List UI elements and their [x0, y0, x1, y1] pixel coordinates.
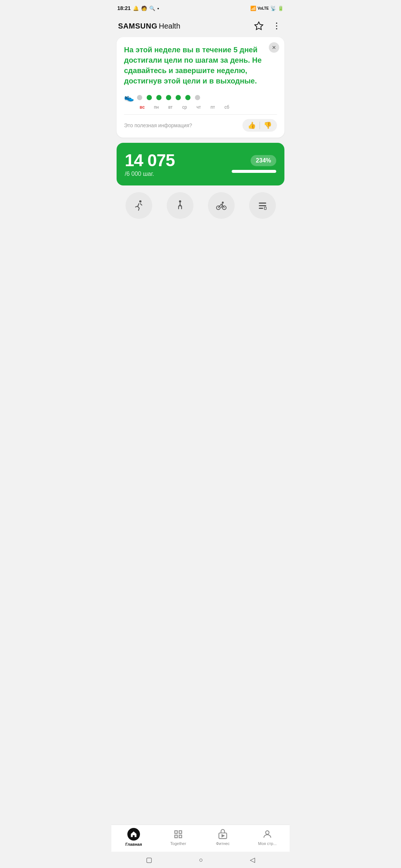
- activity-list[interactable]: [249, 192, 276, 219]
- day-dots: [137, 95, 200, 100]
- lte-icon: VoLTE: [258, 6, 269, 10]
- days-row: 👟: [124, 93, 277, 102]
- day-label-fri: пт: [206, 105, 220, 110]
- app-bar-actions: [252, 20, 283, 32]
- android-nav: ▢ ○ ◁: [111, 852, 290, 868]
- nav-label-home: Главная: [125, 842, 142, 846]
- status-bar: 18:21 🔔 🧑 🔍 • 📶 VoLTE 📡 🔋: [111, 0, 290, 15]
- bottom-nav: Главная Together Фитнес: [111, 825, 290, 852]
- fitness-icon: [217, 829, 228, 840]
- svg-point-2: [276, 25, 277, 26]
- steps-percent-badge: 234%: [251, 155, 276, 166]
- nav-label-profile: Моя стр...: [258, 841, 277, 846]
- app-title: SAMSUNG Health: [118, 22, 180, 30]
- battery-icon: 🔋: [278, 6, 284, 11]
- cycling-icon: [215, 199, 228, 212]
- day-label-sat: сб: [220, 105, 234, 110]
- svg-rect-9: [259, 203, 266, 204]
- close-button[interactable]: ✕: [269, 42, 279, 53]
- day-dot-wed: [166, 95, 171, 100]
- bell-icon: 🔔: [133, 6, 139, 11]
- nav-item-together[interactable]: Together: [167, 829, 189, 846]
- svg-marker-14: [222, 835, 224, 837]
- person-icon: 🧑: [141, 6, 147, 11]
- steps-goal: /6 000 шаг.: [125, 171, 175, 177]
- svg-point-1: [276, 23, 277, 24]
- main-content: ✕ На этой неделе вы в течение 5 дней дос…: [111, 37, 290, 282]
- steps-right: 234%: [232, 155, 276, 173]
- together-icon: [173, 829, 184, 840]
- notification-text: На этой неделе вы в течение 5 дней дости…: [124, 45, 277, 86]
- more-icon: [272, 21, 281, 31]
- day-label-mon: пн: [149, 105, 163, 110]
- activity-cycling[interactable]: [208, 192, 235, 219]
- notification-card: ✕ На этой неделе вы в течение 5 дней дос…: [117, 37, 284, 138]
- feedback-row: Это полезная информация? 👍 👎: [124, 119, 277, 132]
- brand-samsung: SAMSUNG: [118, 22, 157, 30]
- signal-icon: 📡: [270, 6, 276, 11]
- steps-left: 14 075 /6 000 шаг.: [125, 151, 175, 177]
- dot-icon: •: [157, 6, 159, 11]
- feedback-divider: [260, 122, 260, 129]
- steps-card[interactable]: 14 075 /6 000 шаг. 234%: [117, 143, 284, 185]
- day-dot-fri: [185, 95, 190, 100]
- thumbdown-button[interactable]: 👎: [261, 121, 274, 130]
- feedback-question: Это полезная информация?: [124, 122, 192, 128]
- steps-progress-fill: [232, 170, 276, 173]
- star-button[interactable]: [252, 20, 265, 32]
- svg-marker-0: [255, 22, 263, 30]
- svg-point-5: [179, 200, 181, 203]
- steps-count: 14 075: [125, 151, 175, 170]
- profile-icon: [262, 829, 273, 840]
- nav-item-profile[interactable]: Моя стр...: [256, 829, 278, 846]
- svg-rect-10: [259, 205, 266, 206]
- day-label-thu: чт: [192, 105, 206, 110]
- activity-row: [117, 192, 284, 219]
- svg-rect-11: [259, 208, 263, 209]
- brand-health: Health: [159, 22, 180, 30]
- shoe-icon: 👟: [124, 93, 134, 102]
- nav-item-home[interactable]: Главная: [123, 828, 145, 846]
- nav-label-together: Together: [170, 841, 186, 846]
- day-dot-thu: [176, 95, 181, 100]
- app-bar: SAMSUNG Health: [111, 15, 290, 37]
- list-icon: [256, 199, 269, 212]
- day-label-wed: ср: [177, 105, 192, 110]
- svg-point-4: [139, 200, 141, 203]
- activity-walking[interactable]: [167, 192, 193, 219]
- feedback-buttons: 👍 👎: [242, 119, 277, 132]
- star-icon: [254, 21, 264, 31]
- activity-running[interactable]: [125, 192, 152, 219]
- home-icon: [127, 828, 140, 841]
- svg-point-3: [276, 28, 277, 29]
- day-dot-tue: [156, 95, 162, 100]
- walking-icon: [173, 199, 187, 212]
- steps-progress-bar: [232, 170, 276, 173]
- day-dot-mon: [147, 95, 152, 100]
- day-label-tue: вт: [163, 105, 177, 110]
- svg-point-15: [265, 831, 269, 834]
- thumbup-button[interactable]: 👍: [245, 121, 258, 130]
- day-dot-sun: [137, 95, 142, 100]
- svg-rect-12: [264, 207, 266, 210]
- status-right-icons: 📶 VoLTE 📡 🔋: [250, 6, 284, 11]
- more-button[interactable]: [270, 20, 283, 32]
- days-labels: вс пн вт ср чт пт сб: [135, 105, 277, 110]
- day-dot-sat: [195, 95, 200, 100]
- nav-item-fitness[interactable]: Фитнес: [212, 829, 234, 846]
- status-time: 18:21 🔔 🧑 🔍 •: [117, 5, 159, 11]
- day-label-sun: вс: [135, 105, 149, 110]
- android-home-button[interactable]: ○: [193, 855, 209, 865]
- android-back-button[interactable]: ◁: [244, 854, 261, 865]
- wifi-icon: 📶: [250, 6, 256, 11]
- android-recent-button[interactable]: ▢: [140, 854, 158, 865]
- search-icon: 🔍: [149, 6, 155, 11]
- nav-label-fitness: Фитнес: [216, 841, 229, 846]
- running-icon: [132, 199, 146, 212]
- divider: [124, 114, 277, 115]
